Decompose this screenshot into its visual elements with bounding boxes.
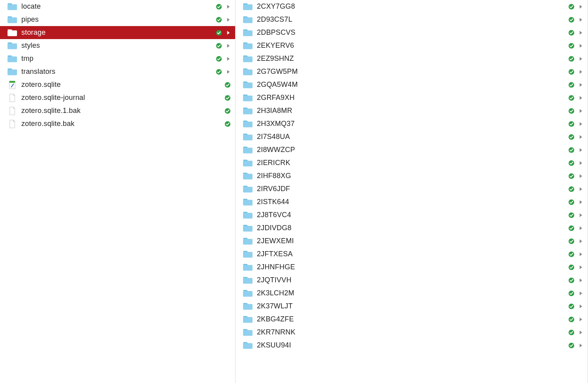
folder-icon	[243, 55, 253, 63]
sync-status-icon	[568, 55, 575, 62]
folder-icon	[243, 172, 253, 180]
file-name-label: zotero.sqlite.1.bak	[21, 107, 222, 115]
file-row[interactable]: 2K37WLJT	[236, 300, 588, 313]
file-row[interactable]: 2GRFA9XH	[236, 91, 588, 104]
file-row[interactable]: 2DBPSCVS	[236, 26, 588, 39]
file-row[interactable]: 2KSUU94I	[236, 339, 588, 352]
svg-point-38	[569, 134, 574, 139]
file-row[interactable]: 2G7GW5PM	[236, 65, 588, 78]
file-row[interactable]: 2EZ9SHNZ	[236, 52, 588, 65]
disclosure-arrow-icon	[578, 82, 584, 88]
file-row[interactable]: 2K3LCH2M	[236, 287, 588, 300]
svg-rect-29	[243, 83, 253, 88]
folder-icon	[243, 185, 253, 193]
file-row[interactable]: 2H3XMQ37	[236, 117, 588, 130]
file-row[interactable]: 2KR7NRNK	[236, 326, 588, 339]
file-row[interactable]: 2ISTK644	[236, 195, 588, 208]
file-row[interactable]: 2IERICRK	[236, 156, 588, 169]
file-row[interactable]: 2JEWXEMI	[236, 235, 588, 248]
file-row[interactable]: 2H3IA8MR	[236, 104, 588, 117]
file-name-label: 2K3LCH2M	[257, 289, 565, 297]
file-row[interactable]: zotero.sqlite	[0, 78, 235, 91]
disclosure-arrow-icon	[578, 173, 584, 179]
file-row[interactable]: zotero.sqlite.bak	[0, 117, 235, 130]
file-row[interactable]: 2EKYERV6	[236, 39, 588, 52]
svg-point-62	[569, 290, 574, 296]
file-row[interactable]: 2JDIVDG8	[236, 222, 588, 235]
svg-point-3	[216, 17, 222, 22]
file-row[interactable]: 2KBG4ZFE	[236, 313, 588, 326]
file-row[interactable]: translators	[0, 65, 235, 78]
folder-icon	[243, 198, 253, 206]
file-row[interactable]: 2D93CS7L	[236, 13, 588, 26]
finder-column-view: locate pipes storage styles tmp tra	[0, 0, 588, 383]
file-row[interactable]: 2IHF88XG	[236, 169, 588, 182]
disclosure-arrow-icon	[578, 252, 584, 257]
sync-status-icon	[568, 329, 575, 336]
disclosure-arrow-icon	[578, 278, 584, 283]
svg-rect-0	[8, 4, 17, 10]
svg-rect-19	[243, 17, 253, 23]
file-name-label: 2H3IA8MR	[257, 107, 565, 115]
svg-point-64	[569, 303, 574, 309]
svg-point-18	[569, 4, 574, 9]
sync-status-icon	[568, 133, 575, 141]
folder-icon	[243, 315, 253, 323]
svg-point-40	[569, 147, 574, 152]
sync-status-icon	[568, 120, 575, 128]
file-row[interactable]: pipes	[0, 13, 235, 26]
file-name-label: locate	[21, 2, 213, 11]
file-name-label: 2D93CS7L	[257, 15, 565, 24]
svg-rect-35	[243, 122, 253, 128]
svg-point-50	[569, 212, 574, 218]
file-row[interactable]: tmp	[0, 52, 235, 65]
disclosure-arrow-icon	[578, 17, 584, 23]
file-row[interactable]: 2JQTIVVH	[236, 274, 588, 287]
svg-rect-8	[8, 56, 17, 62]
sync-status-icon	[224, 94, 231, 101]
file-row[interactable]: 2IRV6JDF	[236, 182, 588, 195]
svg-point-5	[216, 30, 222, 35]
folder-icon	[7, 68, 17, 76]
file-name-label: 2GQA5W4M	[257, 81, 565, 89]
file-row[interactable]: 2CXY7GG8	[236, 0, 588, 13]
file-row[interactable]: 2J8T6VC4	[236, 208, 588, 222]
sqlite-file-icon	[7, 81, 17, 89]
svg-rect-27	[243, 69, 253, 75]
file-icon	[7, 107, 17, 115]
svg-point-7	[216, 43, 222, 48]
file-name-label: 2EZ9SHNZ	[257, 54, 565, 63]
disclosure-arrow-icon	[578, 225, 584, 231]
svg-point-24	[569, 43, 574, 48]
file-row[interactable]: locate	[0, 0, 235, 13]
file-name-label: 2IRV6JDF	[257, 185, 565, 193]
svg-point-52	[569, 225, 574, 231]
file-row[interactable]: storage	[0, 26, 235, 39]
file-row[interactable]: 2JHNFHGE	[236, 261, 588, 274]
file-row[interactable]: 2GQA5W4M	[236, 78, 588, 91]
svg-point-26	[569, 56, 574, 61]
file-row[interactable]: 2I8WWZCP	[236, 143, 588, 156]
svg-rect-6	[8, 43, 17, 49]
folder-icon	[243, 159, 253, 167]
sync-status-icon	[568, 146, 575, 154]
file-row[interactable]: zotero.sqlite-journal	[0, 91, 235, 104]
svg-rect-53	[243, 239, 253, 245]
folder-icon	[243, 146, 253, 154]
file-row[interactable]: 2JFTXESA	[236, 248, 588, 261]
svg-point-70	[569, 342, 574, 348]
svg-point-32	[569, 95, 574, 100]
file-row[interactable]: 2I7S48UA	[236, 130, 588, 143]
disclosure-arrow-icon	[226, 4, 231, 9]
svg-rect-25	[243, 56, 253, 62]
file-row[interactable]: styles	[0, 39, 235, 52]
sync-status-icon	[568, 290, 575, 297]
folder-icon	[243, 29, 253, 37]
file-name-label: tmp	[21, 54, 213, 63]
file-row[interactable]: zotero.sqlite.1.bak	[0, 104, 235, 117]
svg-rect-31	[243, 96, 253, 101]
disclosure-arrow-icon	[578, 134, 584, 140]
svg-point-66	[569, 316, 574, 322]
sync-status-icon	[224, 120, 231, 128]
sync-status-icon	[215, 42, 222, 49]
